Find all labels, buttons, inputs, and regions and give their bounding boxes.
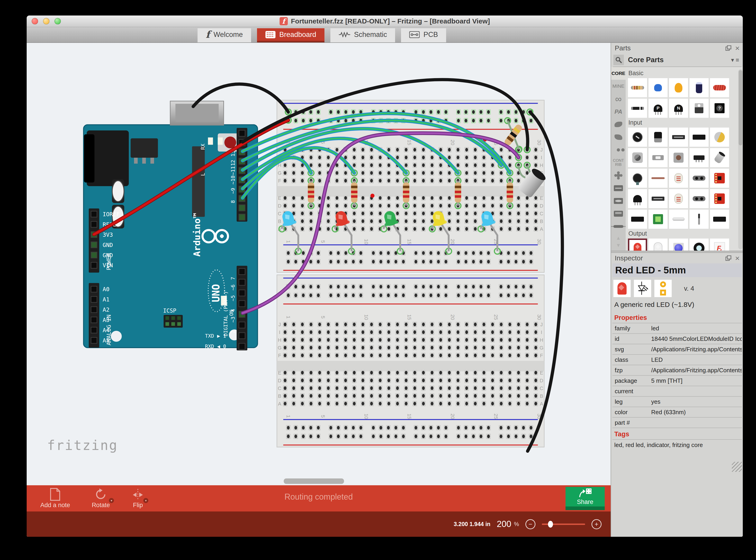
part-dip-ic[interactable] [690,127,709,147]
bin-tab-mine[interactable]: MINE [611,80,626,93]
part-flex-sensor[interactable] [649,168,668,188]
part-softpot[interactable] [649,189,668,208]
schematic-icon [339,32,351,37]
part-diode[interactable] [628,99,647,118]
svg-text:ON: ON [228,310,234,316]
pcb-view-icon[interactable] [654,280,672,297]
tab-breadboard[interactable]: Breadboard [257,28,324,42]
bin-tab-moth-icon[interactable] [611,118,626,131]
bin-tab-chip-mcu-icon[interactable] [611,195,626,207]
share-button[interactable]: Share [565,487,605,510]
bin-tab-resistor-icon[interactable] [611,220,626,233]
float-panel-icon[interactable] [725,45,731,51]
part-photocell[interactable] [669,168,688,188]
canvas-hscrollbar[interactable] [284,478,344,484]
bin-tab-arduino[interactable]: ∞ [611,93,626,105]
breadboard-top[interactable]: JJIIHHGGFFEEDDCCBBAA11551010151520202525… [277,100,544,273]
part-ir-receiver[interactable] [628,209,647,229]
part-inductor[interactable] [710,78,729,97]
rotary-encoder-icon [654,132,662,142]
part-temperature-sensor[interactable] [628,189,647,208]
part-tantalum-capacitor[interactable] [669,78,688,97]
float-panel-icon[interactable] [725,255,731,261]
resistor-220[interactable] [351,181,358,206]
breadboard-canvas[interactable]: IOREFRESET3V3GNDGNDVINA0A1A2A3A4A5POWERA… [27,43,611,485]
close-button[interactable] [32,18,38,24]
part-rotary-potentiometer[interactable] [628,148,647,167]
tab-welcome[interactable]: f Welcome [198,28,251,42]
part-seven-segment[interactable]: F. [710,239,729,251]
part-electret-microphone[interactable] [710,148,729,167]
zoom-button[interactable] [55,18,61,24]
part-color-sensor-board[interactable] [649,209,668,229]
bin-scroll-arrows[interactable]: ▲▼ [616,233,621,251]
part-electrolytic-capacitor[interactable] [690,78,709,97]
resistor-220[interactable] [308,181,314,206]
part-piezo-disc[interactable] [710,127,729,147]
part-sparkfun-breakout[interactable] [710,189,729,208]
resistor-220[interactable] [455,181,461,206]
part-slide-potentiometer[interactable] [669,127,688,147]
part-light-sensor[interactable] [669,189,688,208]
close-panel-icon[interactable]: × [735,254,740,263]
bin-tab-adafruit-icon[interactable] [611,143,626,156]
part-slide-switch[interactable] [690,148,709,167]
tab-pcb[interactable]: PCB [401,28,446,42]
tab-schematic[interactable]: Schematic [331,28,395,42]
part-force-sensor[interactable] [628,168,647,188]
bin-menu-button[interactable]: ▾ ≡ [731,57,741,64]
bin-tab-core[interactable]: CORE [611,67,626,80]
part-pnp-transistor[interactable]: P [649,99,668,118]
zoom-slider-knob[interactable] [548,521,553,528]
zoom-out-button[interactable]: − [525,519,535,529]
property-row: current [613,386,742,396]
part-test-probe[interactable] [690,209,709,229]
bin-tab-chip-pulse-icon[interactable] [611,207,626,220]
part-resistor[interactable] [628,78,647,97]
part-accelerometer-breakout[interactable] [710,168,729,188]
zoom-slider[interactable] [542,520,585,528]
svg-text:G: G [278,170,282,176]
breadboard-view-icon[interactable] [613,280,631,297]
resistor-220[interactable] [507,181,513,206]
inductor-icon [713,85,726,91]
part-white-led[interactable] [649,239,668,251]
part-micro-switch[interactable] [649,148,668,167]
part-rotary-encoder[interactable] [649,127,668,147]
part-rfid-reader[interactable] [710,209,729,229]
bin-tab-chip-wave-icon[interactable] [611,182,626,195]
part-led-ring[interactable] [690,239,709,251]
parts-scrollbar[interactable] [738,69,743,249]
breadboard-bottom[interactable]: JJIIHHGGFFEEDDCCBBAA11551010151520202525… [277,275,544,447]
search-parts-button[interactable] [613,55,624,65]
part-rgb-led[interactable] [669,239,688,251]
bin-tab-contrib[interactable]: CONTRIB [611,156,626,169]
property-row: legyes [613,396,742,407]
bin-tab-snootlab-icon[interactable] [611,169,626,182]
breadboard-icon [265,31,276,39]
part-ir-distance-sensor[interactable] [690,168,709,188]
part-reed-switch[interactable] [669,209,688,229]
bin-tab-parallax[interactable]: PA [611,105,626,118]
part-power-mosfet[interactable] [690,99,709,118]
part-ceramic-capacitor[interactable] [649,78,668,97]
section-label: Output [629,230,742,237]
part-npn-transistor[interactable]: N [669,99,688,118]
part-line-sensor[interactable] [690,189,709,208]
svg-text:B: B [278,393,281,399]
part-mystery-part[interactable]: ? [710,99,729,118]
bin-tab-sparkfun-icon[interactable] [611,131,626,143]
ir-receiver-icon [631,217,644,222]
zoom-in-button[interactable]: + [592,519,601,529]
resize-grip[interactable] [732,462,742,472]
part-red-led[interactable] [628,239,647,251]
part-trimmer-potentiometer[interactable] [628,127,647,147]
part-push-button[interactable] [669,148,688,167]
panel-splitter[interactable] [611,251,743,253]
schematic-view-icon[interactable] [634,280,651,297]
svg-text:G: G [278,345,282,351]
close-panel-icon[interactable]: × [735,44,740,53]
minimize-button[interactable] [43,18,49,24]
svg-text:H: H [540,162,543,168]
resistor-220[interactable] [403,181,409,206]
